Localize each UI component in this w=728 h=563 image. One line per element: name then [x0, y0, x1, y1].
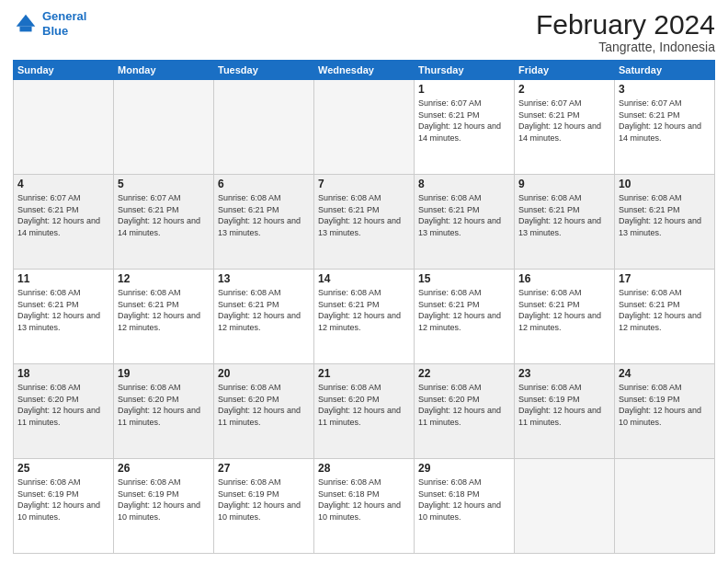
- logo-icon: [13, 11, 39, 37]
- day-number: 3: [619, 83, 711, 96]
- calendar-week-row: 25Sunrise: 6:08 AM Sunset: 6:19 PM Dayli…: [14, 459, 715, 554]
- table-row: 22Sunrise: 6:08 AM Sunset: 6:20 PM Dayli…: [415, 364, 515, 459]
- day-number: 15: [418, 272, 510, 285]
- table-row: 5Sunrise: 6:07 AM Sunset: 6:21 PM Daylig…: [114, 175, 214, 270]
- day-number: 22: [418, 367, 510, 380]
- calendar-table: Sunday Monday Tuesday Wednesday Thursday…: [13, 60, 715, 554]
- day-number: 14: [318, 272, 410, 285]
- day-number: 13: [218, 272, 310, 285]
- col-sunday: Sunday: [14, 61, 114, 80]
- day-info: Sunrise: 6:08 AM Sunset: 6:19 PM Dayligh…: [118, 477, 210, 523]
- day-number: 18: [17, 367, 109, 380]
- table-row: [14, 80, 114, 175]
- day-info: Sunrise: 6:08 AM Sunset: 6:18 PM Dayligh…: [418, 477, 510, 523]
- day-info: Sunrise: 6:07 AM Sunset: 6:21 PM Dayligh…: [418, 98, 510, 144]
- table-row: 17Sunrise: 6:08 AM Sunset: 6:21 PM Dayli…: [615, 270, 715, 364]
- day-info: Sunrise: 6:08 AM Sunset: 6:19 PM Dayligh…: [619, 382, 711, 428]
- col-tuesday: Tuesday: [214, 61, 314, 80]
- day-number: 24: [619, 367, 711, 380]
- table-row: 29Sunrise: 6:08 AM Sunset: 6:18 PM Dayli…: [415, 459, 515, 554]
- day-info: Sunrise: 6:07 AM Sunset: 6:21 PM Dayligh…: [17, 192, 109, 238]
- calendar-week-row: 1Sunrise: 6:07 AM Sunset: 6:21 PM Daylig…: [14, 80, 715, 175]
- day-info: Sunrise: 6:08 AM Sunset: 6:21 PM Dayligh…: [619, 192, 711, 238]
- table-row: 20Sunrise: 6:08 AM Sunset: 6:20 PM Dayli…: [214, 364, 314, 459]
- month-title: February 2024: [536, 9, 715, 40]
- calendar-week-row: 18Sunrise: 6:08 AM Sunset: 6:20 PM Dayli…: [14, 364, 715, 459]
- col-thursday: Thursday: [415, 61, 515, 80]
- day-number: 1: [418, 83, 510, 96]
- table-row: 13Sunrise: 6:08 AM Sunset: 6:21 PM Dayli…: [214, 270, 314, 364]
- page: General Blue February 2024 Tangratte, In…: [0, 0, 728, 563]
- table-row: 9Sunrise: 6:08 AM Sunset: 6:21 PM Daylig…: [515, 175, 615, 270]
- day-number: 12: [118, 272, 210, 285]
- day-number: 11: [17, 272, 109, 285]
- day-info: Sunrise: 6:08 AM Sunset: 6:21 PM Dayligh…: [418, 287, 510, 333]
- table-row: 26Sunrise: 6:08 AM Sunset: 6:19 PM Dayli…: [114, 459, 214, 554]
- day-info: Sunrise: 6:08 AM Sunset: 6:21 PM Dayligh…: [518, 287, 610, 333]
- day-number: 29: [418, 462, 510, 475]
- day-number: 21: [318, 367, 410, 380]
- table-row: 11Sunrise: 6:08 AM Sunset: 6:21 PM Dayli…: [14, 270, 114, 364]
- table-row: 15Sunrise: 6:08 AM Sunset: 6:21 PM Dayli…: [415, 270, 515, 364]
- table-row: 25Sunrise: 6:08 AM Sunset: 6:19 PM Dayli…: [14, 459, 114, 554]
- logo-text: General Blue: [42, 9, 86, 38]
- day-info: Sunrise: 6:08 AM Sunset: 6:18 PM Dayligh…: [318, 477, 410, 523]
- day-number: 10: [619, 178, 711, 190]
- day-number: 9: [518, 178, 610, 190]
- day-info: Sunrise: 6:07 AM Sunset: 6:21 PM Dayligh…: [619, 98, 711, 144]
- header: General Blue February 2024 Tangratte, In…: [13, 9, 715, 54]
- table-row: 28Sunrise: 6:08 AM Sunset: 6:18 PM Dayli…: [314, 459, 415, 554]
- title-block: February 2024 Tangratte, Indonesia: [536, 9, 715, 54]
- table-row: 12Sunrise: 6:08 AM Sunset: 6:21 PM Dayli…: [114, 270, 214, 364]
- day-info: Sunrise: 6:08 AM Sunset: 6:21 PM Dayligh…: [619, 287, 711, 333]
- location: Tangratte, Indonesia: [536, 40, 715, 54]
- day-number: 7: [318, 178, 410, 190]
- table-row: 6Sunrise: 6:08 AM Sunset: 6:21 PM Daylig…: [214, 175, 314, 270]
- calendar-header-row: Sunday Monday Tuesday Wednesday Thursday…: [14, 61, 715, 80]
- calendar-week-row: 11Sunrise: 6:08 AM Sunset: 6:21 PM Dayli…: [14, 270, 715, 364]
- day-info: Sunrise: 6:08 AM Sunset: 6:20 PM Dayligh…: [418, 382, 510, 428]
- day-info: Sunrise: 6:08 AM Sunset: 6:19 PM Dayligh…: [218, 477, 310, 523]
- day-number: 27: [218, 462, 310, 475]
- svg-marker-0: [17, 14, 36, 26]
- col-saturday: Saturday: [615, 61, 715, 80]
- table-row: 19Sunrise: 6:08 AM Sunset: 6:20 PM Dayli…: [114, 364, 214, 459]
- logo-line2: Blue: [42, 24, 68, 38]
- table-row: 18Sunrise: 6:08 AM Sunset: 6:20 PM Dayli…: [14, 364, 114, 459]
- day-info: Sunrise: 6:08 AM Sunset: 6:21 PM Dayligh…: [118, 287, 210, 333]
- day-info: Sunrise: 6:08 AM Sunset: 6:19 PM Dayligh…: [17, 477, 109, 523]
- table-row: 2Sunrise: 6:07 AM Sunset: 6:21 PM Daylig…: [515, 80, 615, 175]
- table-row: 16Sunrise: 6:08 AM Sunset: 6:21 PM Dayli…: [515, 270, 615, 364]
- table-row: 10Sunrise: 6:08 AM Sunset: 6:21 PM Dayli…: [615, 175, 715, 270]
- day-info: Sunrise: 6:08 AM Sunset: 6:20 PM Dayligh…: [17, 382, 109, 428]
- day-info: Sunrise: 6:07 AM Sunset: 6:21 PM Dayligh…: [518, 98, 610, 144]
- day-number: 20: [218, 367, 310, 380]
- table-row: 3Sunrise: 6:07 AM Sunset: 6:21 PM Daylig…: [615, 80, 715, 175]
- table-row: [615, 459, 715, 554]
- table-row: 4Sunrise: 6:07 AM Sunset: 6:21 PM Daylig…: [14, 175, 114, 270]
- day-info: Sunrise: 6:08 AM Sunset: 6:20 PM Dayligh…: [318, 382, 410, 428]
- table-row: 14Sunrise: 6:08 AM Sunset: 6:21 PM Dayli…: [314, 270, 415, 364]
- day-info: Sunrise: 6:08 AM Sunset: 6:21 PM Dayligh…: [518, 192, 610, 238]
- table-row: 8Sunrise: 6:08 AM Sunset: 6:21 PM Daylig…: [415, 175, 515, 270]
- day-number: 5: [118, 178, 210, 190]
- table-row: [214, 80, 314, 175]
- col-wednesday: Wednesday: [314, 61, 415, 80]
- day-info: Sunrise: 6:08 AM Sunset: 6:20 PM Dayligh…: [118, 382, 210, 428]
- day-info: Sunrise: 6:08 AM Sunset: 6:20 PM Dayligh…: [218, 382, 310, 428]
- logo: General Blue: [13, 9, 86, 38]
- day-number: 19: [118, 367, 210, 380]
- svg-rect-1: [19, 26, 31, 31]
- day-number: 17: [619, 272, 711, 285]
- day-info: Sunrise: 6:08 AM Sunset: 6:21 PM Dayligh…: [17, 287, 109, 333]
- table-row: 7Sunrise: 6:08 AM Sunset: 6:21 PM Daylig…: [314, 175, 415, 270]
- day-number: 2: [518, 83, 610, 96]
- day-number: 6: [218, 178, 310, 190]
- table-row: [515, 459, 615, 554]
- table-row: 24Sunrise: 6:08 AM Sunset: 6:19 PM Dayli…: [615, 364, 715, 459]
- table-row: 23Sunrise: 6:08 AM Sunset: 6:19 PM Dayli…: [515, 364, 615, 459]
- calendar-week-row: 4Sunrise: 6:07 AM Sunset: 6:21 PM Daylig…: [14, 175, 715, 270]
- day-info: Sunrise: 6:08 AM Sunset: 6:19 PM Dayligh…: [518, 382, 610, 428]
- day-number: 23: [518, 367, 610, 380]
- day-number: 8: [418, 178, 510, 190]
